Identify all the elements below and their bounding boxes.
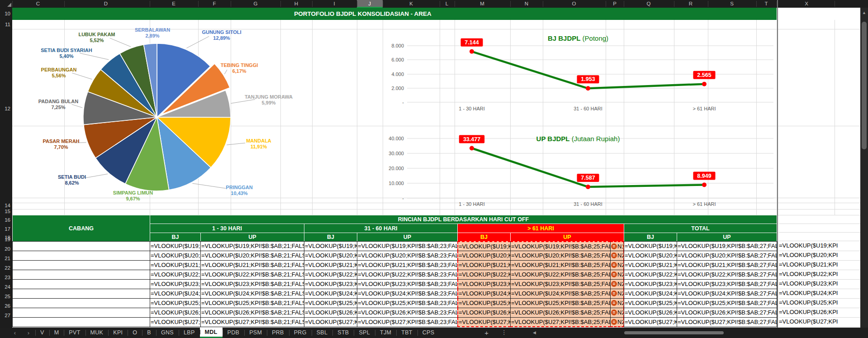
tab-nav-left-icon[interactable]: ‹ (8, 328, 22, 338)
row-header-22[interactable]: 22 (5, 265, 10, 271)
formula-cell[interactable]: =VLOOKUP($U21;KPI!$B:$AB;27;FALSE) (677, 260, 777, 270)
formula-cell[interactable]: =VLOOKUP($U24;KPI!$B:$AB;25;FALSE) (510, 289, 611, 299)
sheet-tab-gns[interactable]: GNS (156, 328, 179, 338)
column-header-F[interactable]: F (213, 0, 216, 8)
column-header-C[interactable]: C (36, 0, 40, 8)
sheet-tab-prb[interactable]: PRB (267, 328, 289, 338)
cutoff-table[interactable]: CABANGRINCIAN BJDPL BERDASARKAN HARI CUT… (12, 215, 777, 328)
formula-cell[interactable]: =VLOOKUP($U27;KPI!$B:$AB;26;FALSE) (624, 317, 677, 327)
scroll-up-icon[interactable]: ▲ (862, 10, 866, 15)
note-cell[interactable]: =N25 (610, 298, 624, 308)
formula-cell[interactable]: =VLOOKUP($U24;KPI!$B:$AB;20;FALSE) (150, 289, 201, 299)
formula-cell[interactable]: =VLOOKUP($U22;KPI!$B:$AB;20;FALSE) (150, 270, 201, 280)
note-cell[interactable]: =N26 (610, 308, 624, 318)
formula-cell[interactable]: =VLOOKUP($U26;KPI!$B:$AB;24;FALSE) (457, 308, 511, 318)
column-header-D[interactable]: D (104, 0, 108, 8)
sheet-title-cell[interactable]: PORTOFOLIO BJDPL KONSOLIDASIAN - AREA (12, 8, 777, 20)
error-indicator-icon[interactable]: = (611, 319, 617, 325)
error-indicator-icon[interactable]: = (611, 252, 617, 258)
formula-cell[interactable]: =VLOOKUP($U21;KPI!$B:$AB;25;FALSE) (510, 260, 611, 270)
column-header-T[interactable]: T (764, 0, 768, 8)
formula-cell[interactable]: =VLOOKUP($U20;KPI!$B:$AB;21;FALSE) (200, 251, 304, 261)
column-header-I[interactable]: I (333, 0, 335, 8)
formula-cell[interactable]: =VLOOKUP($U21;KPI!$B:$AB;22;FALSE) (304, 260, 357, 270)
horizontal-scroll-thumb[interactable] (624, 331, 724, 334)
formula-cell[interactable]: =VLOOKUP($U22;KPI!$B:$AB;21;FALSE) (200, 270, 304, 280)
cabang-cell[interactable] (12, 251, 150, 261)
row-header-16[interactable]: 16 (5, 217, 10, 223)
sheet-tab-pdb[interactable]: PDB (223, 328, 245, 338)
formula-cell[interactable]: =VLOOKUP($U19;KPI!$B:$AB;21;FALSE) (200, 241, 304, 251)
formula-cell[interactable]: =VLOOKUP($U21;KPI!$B:$AB;23;FALSE) (357, 260, 458, 270)
formula-cell[interactable]: =VLOOKUP($U22;KPI!$B:$AB;24;FALSE) (457, 270, 511, 280)
cabang-cell[interactable] (12, 298, 150, 308)
formula-cell[interactable]: =VLOOKUP($U23;KPI!$B:$AB;20;FALSE) (150, 279, 201, 289)
row-header-14[interactable]: 14 (5, 203, 10, 208)
sheet-tab-psm[interactable]: PSM (244, 328, 267, 338)
column-header-H[interactable]: H (294, 0, 298, 8)
note-cell[interactable]: =N20 (610, 251, 624, 261)
select-all-corner[interactable] (0, 0, 12, 8)
sheet-tab-mdl[interactable]: MDL (200, 328, 223, 338)
formula-cell[interactable]: =VLOOKUP($U23;KPI!$B:$AB;26;FALSE) (624, 279, 677, 289)
formula-cell[interactable]: =VLOOKUP($U23;KPI!$B:$AB;23;FALSE) (357, 279, 458, 289)
sheet-grid[interactable]: PORTOFOLIO BJDPL KONSOLIDASIAN - AREA GU… (12, 8, 860, 328)
formula-cell[interactable]: =VLOOKUP($U19;KPI!$B:$AB;25;FALSE) (510, 241, 611, 251)
formula-cell[interactable]: =VLOOKUP($U23;KPI!$B:$AB;22;FALSE) (304, 279, 357, 289)
note-cell[interactable]: =N24 (610, 289, 624, 299)
sub-header[interactable]: BJ (304, 233, 357, 242)
column-header-O[interactable]: O (572, 0, 576, 8)
vertical-scrollbar[interactable]: ▲ (860, 8, 868, 328)
sub-header[interactable]: UP (200, 233, 304, 242)
sheet-tab-sbl[interactable]: SBL (312, 328, 333, 338)
formula-cell[interactable]: =VLOOKUP($U26;KPI!$B:$AB;21;FALSE) (200, 308, 304, 318)
horizontal-scrollbar[interactable]: ◀ (529, 328, 868, 338)
column-header-Q[interactable]: Q (647, 0, 651, 8)
error-indicator-icon[interactable]: = (611, 262, 617, 268)
formula-cell[interactable]: =VLOOKUP($U24;KPI!$B:$AB;24;FALSE) (457, 289, 511, 299)
column-header-J[interactable]: J (368, 0, 371, 8)
column-headers[interactable]: CDEFGHIJKLMNOPQRSTX (0, 0, 868, 8)
error-indicator-icon[interactable]: = (611, 309, 617, 315)
formula-cell[interactable]: =VLOOKUP($U27;KPI!$B:$AB;27;FALSE) (677, 317, 777, 327)
formula-cell[interactable]: =VLOOKUP($U25;KPI!$B:$AB;22;FALSE) (304, 298, 357, 308)
formula-cell[interactable]: =VLOOKUP($U21;KPI!$B:$AB;21;FALSE) (200, 260, 304, 270)
tab-nav-right-icon[interactable]: › (22, 328, 35, 338)
note-cell[interactable]: =N27 (610, 317, 624, 327)
column-header-P[interactable]: P (613, 0, 617, 8)
row-header-27[interactable]: 27 (5, 313, 10, 318)
formula-cell[interactable]: =VLOOKUP($U20;KPI!$B:$AB;23;FALSE) (357, 251, 458, 261)
cabang-cell[interactable] (12, 317, 150, 327)
cabang-header[interactable]: CABANG (12, 215, 150, 242)
formula-cell[interactable]: =VLOOKUP($U20;KPI!$B:$AB;25;FALSE) (510, 251, 611, 261)
formula-cell[interactable]: =VLOOKUP($U23;KPI!$B:$AB;27;FALSE) (677, 279, 777, 289)
formula-cell[interactable]: =VLOOKUP($U27;KPI!$B:$AB;24;FALSE) (457, 317, 511, 327)
table-title[interactable]: RINCIAN BJDPL BERDASARKAN HARI CUT OFF (150, 215, 777, 224)
sheet-tab-m[interactable]: M (49, 328, 64, 338)
sheet-tab-kpi[interactable]: KPI (108, 328, 128, 338)
formula-cell[interactable]: =VLOOKUP($U19;KPI!$B:$AB;22;FALSE) (304, 241, 357, 251)
formula-cell[interactable]: =VLOOKUP($U19;KPI!$B:$AB;24;FALSE) (457, 241, 511, 251)
formula-cell[interactable]: =VLOOKUP($U25;KPI!$B:$AB;21;FALSE) (200, 298, 304, 308)
formula-cell[interactable]: =VLOOKUP($U20;KPI!$B:$AB;27;FALSE) (677, 251, 777, 261)
sub-header[interactable]: BJ (624, 233, 677, 242)
column-header-R[interactable]: R (689, 0, 693, 8)
section-header[interactable]: 31 - 60 HARI (304, 224, 458, 233)
sheet-tab-v[interactable]: V (35, 328, 49, 338)
formula-cell[interactable]: =VLOOKUP($U24;KPI!$B:$AB;23;FALSE) (357, 289, 458, 299)
formula-cell-right-pane[interactable]: =VLOOKUP($U22;KPI (779, 270, 860, 280)
column-header-S[interactable]: S (730, 0, 734, 8)
formula-cell[interactable]: =VLOOKUP($U26;KPI!$B:$AB;27;FALSE) (677, 308, 777, 318)
tab-more-icon[interactable]: ⋮ (501, 328, 507, 338)
formula-cell[interactable]: =VLOOKUP($U27;KPI!$B:$AB;23;FALSE) (357, 317, 458, 327)
row-header-17[interactable]: 17 (5, 226, 10, 232)
error-indicator-icon[interactable]: = (611, 271, 617, 277)
formula-cell-right-pane[interactable]: =VLOOKUP($U21;KPI (779, 260, 860, 270)
formula-cell[interactable]: =VLOOKUP($U20;KPI!$B:$AB;22;FALSE) (304, 251, 357, 261)
section-header[interactable]: TOTAL (624, 224, 777, 233)
formula-cell[interactable]: =VLOOKUP($U24;KPI!$B:$AB;26;FALSE) (624, 289, 677, 299)
row-header-21[interactable]: 21 (5, 256, 10, 261)
sheet-tab-cps[interactable]: CPS (417, 328, 440, 338)
note-cell[interactable]: =N23 (610, 279, 624, 289)
error-indicator-icon[interactable]: = (611, 290, 617, 296)
